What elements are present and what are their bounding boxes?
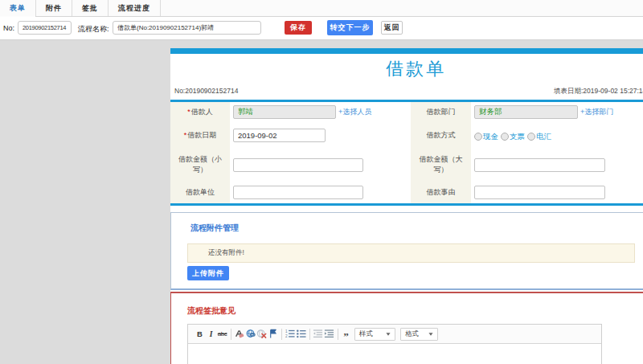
input-借款部门[interactable] (474, 105, 578, 119)
field-cell: +选择部门 (471, 102, 643, 121)
field-label: 借款方式 (411, 121, 471, 149)
caret-down-icon (428, 333, 432, 335)
form-meta-row: No:20190902152714 填表日期:2019-09-02 15:27:… (170, 80, 643, 100)
svg-text:1: 1 (285, 329, 288, 333)
field-cell (471, 181, 643, 203)
form-row: *借款日期借款方式现金支票电汇 (170, 121, 643, 149)
field-label: 借款事由 (411, 181, 471, 203)
toolbar-separator (309, 329, 310, 340)
link-icon[interactable] (245, 328, 256, 340)
input-借款金额（小写）[interactable] (233, 158, 363, 172)
anchor-icon[interactable] (268, 328, 278, 340)
styles-dropdown[interactable]: 样式 (354, 328, 395, 341)
radio-option[interactable]: 现金 (474, 128, 498, 142)
input-借款人[interactable] (233, 105, 336, 119)
tab-progress[interactable]: 流程进度 (109, 0, 161, 16)
format-dropdown-label: 格式 (405, 329, 419, 339)
approval-section-title: 流程签批意见 (187, 305, 643, 317)
radio-label: 现金 (483, 132, 498, 141)
tab-attachment[interactable]: 附件 (36, 0, 72, 16)
field-cell (230, 149, 411, 181)
field-cell (230, 121, 411, 149)
format-dropdown[interactable]: 格式 (400, 328, 438, 341)
form-row: 借款金额（小写）借款金额（大写） (170, 149, 643, 181)
toolbar-separator (231, 329, 231, 340)
radio-button-icon[interactable] (527, 133, 535, 141)
tab-approval[interactable]: 签批 (72, 0, 109, 16)
tab-bar: 表单附件签批流程进度 (0, 0, 643, 17)
form-panel: 借款单 No:20190902152714 填表日期:2019-09-02 15… (170, 48, 643, 364)
rich-text-editor: BIabc12”样式格式 (187, 324, 602, 364)
forward-next-step-button[interactable]: 转交下一步 (327, 20, 373, 35)
outdent-icon[interactable] (313, 328, 323, 340)
blockquote-icon[interactable]: ” (341, 328, 351, 340)
page-body: 借款单 No:20190902152714 填表日期:2019-09-02 15… (0, 40, 643, 364)
italic-icon[interactable]: I (206, 328, 216, 340)
indent-icon[interactable] (324, 328, 334, 340)
field-cell: +选择人员 (230, 102, 411, 121)
bullet-list-icon[interactable] (296, 328, 306, 340)
radio-button-icon[interactable] (501, 133, 509, 141)
flow-name-label: 流程名称: (78, 24, 109, 35)
bold-icon[interactable]: B (195, 328, 205, 340)
required-asterisk: * (184, 131, 187, 139)
radio-option[interactable]: 电汇 (527, 128, 551, 142)
tab-form[interactable]: 表单 (0, 0, 36, 16)
attachment-section: 流程附件管理 还没有附件! 上传附件 (170, 212, 643, 290)
field-cell: 现金支票电汇 (471, 121, 643, 149)
picker-link[interactable]: +选择部门 (580, 108, 613, 116)
approval-section: 流程签批意见 BIabc12”样式格式 (170, 292, 643, 364)
editor-toolbar: BIabc12”样式格式 (188, 325, 601, 344)
svg-text:2: 2 (285, 334, 288, 338)
strike-icon[interactable]: abc (217, 328, 227, 340)
required-asterisk: * (187, 108, 190, 116)
field-label: 借款金额（大写） (411, 149, 471, 181)
form-title: 借款单 (170, 54, 643, 80)
flow-name-input[interactable] (113, 21, 261, 35)
caret-down-icon (386, 333, 390, 335)
editor-content-area[interactable] (188, 344, 601, 364)
save-button[interactable]: 保存 (285, 21, 312, 35)
no-label: No: (3, 24, 14, 32)
top-toolbar: No: 流程名称: 保存 转交下一步 返回 (0, 17, 643, 40)
form-row: 借款单位借款事由 (170, 181, 643, 203)
panel-top-accent-bar (170, 48, 643, 54)
input-借款事由[interactable] (474, 186, 605, 199)
divider (170, 203, 643, 206)
field-label: 借款金额（小写） (170, 149, 230, 181)
input-借款单位[interactable] (233, 186, 363, 199)
remove-format-icon[interactable] (234, 328, 244, 340)
numbered-list-icon[interactable]: 12 (285, 328, 295, 340)
field-label: *借款人 (170, 102, 230, 121)
radio-label: 电汇 (536, 132, 551, 141)
field-label: *借款日期 (170, 121, 230, 149)
upload-attachment-button[interactable]: 上传附件 (187, 266, 229, 280)
form-number: No:20190902152714 (174, 87, 238, 95)
field-cell (230, 181, 411, 203)
input-借款金额（大写）[interactable] (474, 158, 605, 172)
field-cell (471, 149, 643, 181)
back-button[interactable]: 返回 (381, 21, 403, 35)
no-attachment-notice: 还没有附件! (187, 243, 635, 263)
radio-label: 支票 (510, 132, 525, 141)
picker-link[interactable]: +选择人员 (338, 108, 371, 116)
attachment-section-title: 流程附件管理 (190, 223, 643, 234)
input-借款日期[interactable] (233, 129, 326, 142)
form-fill-date: 填表日期:2019-09-02 15:27:14 (554, 87, 643, 96)
field-label: 借款单位 (170, 181, 230, 203)
no-input[interactable] (18, 21, 72, 35)
toolbar-separator (338, 329, 338, 340)
radio-option[interactable]: 支票 (501, 128, 525, 142)
form-row: *借款人+选择人员借款部门+选择部门 (170, 102, 643, 121)
styles-dropdown-label: 样式 (359, 329, 373, 339)
loan-form-table: *借款人+选择人员借款部门+选择部门*借款日期借款方式现金支票电汇借款金额（小写… (170, 102, 643, 203)
toolbar-separator (281, 329, 282, 340)
field-label: 借款部门 (411, 102, 471, 121)
unlink-icon[interactable] (256, 328, 267, 340)
radio-button-icon[interactable] (474, 133, 482, 141)
